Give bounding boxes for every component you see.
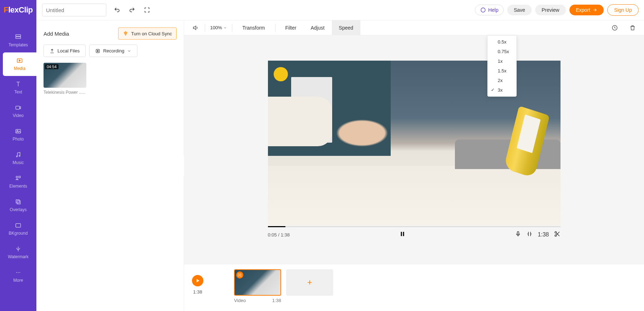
speed-option-1.5x[interactable]: 1.5x: [488, 66, 516, 76]
add-clip-button[interactable]: [286, 269, 333, 296]
clock-icon: [612, 25, 618, 31]
logo-area: FlexClip: [0, 0, 36, 20]
sidebar-item-photo[interactable]: Photo: [0, 123, 36, 147]
mic-icon: [515, 231, 521, 237]
overlays-icon: [15, 199, 21, 205]
separator: [232, 24, 232, 32]
signup-button[interactable]: Sign Up: [607, 4, 639, 16]
svg-point-15: [18, 272, 19, 273]
sidebar-label: More: [13, 278, 23, 283]
redo-button[interactable]: [126, 4, 138, 16]
sidebar-item-music[interactable]: Music: [0, 147, 36, 170]
separator: [205, 24, 205, 32]
chat-icon: [480, 7, 486, 13]
sidebar-item-watermark[interactable]: Watermark: [0, 241, 36, 264]
speed-option-2x[interactable]: 2x: [488, 76, 516, 85]
svg-point-9: [16, 176, 18, 178]
play-icon: [195, 278, 200, 283]
sidebar-item-more[interactable]: More: [0, 264, 36, 288]
svg-rect-12: [17, 201, 20, 204]
svg-point-24: [555, 235, 557, 236]
background-icon: [15, 222, 21, 229]
text-icon: [15, 81, 21, 87]
timeline-play-button[interactable]: [192, 275, 203, 286]
fullscreen-button[interactable]: [141, 4, 153, 16]
templates-icon: [15, 34, 21, 40]
sidebar-item-video[interactable]: Video: [0, 100, 36, 123]
export-button[interactable]: Export: [569, 5, 604, 15]
delete-button[interactable]: [626, 25, 639, 31]
cloud-sync-button[interactable]: Turn on Cloud Sync: [118, 27, 177, 40]
timeline-clip[interactable]: 01 Video 1:38: [234, 269, 281, 303]
svg-rect-1: [16, 35, 21, 36]
arrow-right-icon: [592, 7, 597, 12]
svg-point-6: [17, 130, 18, 131]
main-body: Templates Media Text Video Photo Music E…: [0, 20, 644, 311]
save-button[interactable]: Save: [507, 5, 532, 15]
toolbar-right: [608, 25, 639, 31]
adjust-tab[interactable]: Adjust: [304, 20, 332, 35]
sidebar-item-overlays[interactable]: Overlays: [0, 194, 36, 217]
plus-icon: [306, 279, 313, 286]
separator: [275, 24, 275, 32]
svg-rect-13: [16, 224, 21, 228]
zoom-dropdown[interactable]: 100%: [208, 25, 229, 30]
sidebar-item-templates[interactable]: Templates: [0, 29, 36, 52]
clip-type-label: Video: [234, 298, 246, 303]
clip-index-badge: 01: [236, 271, 243, 279]
split-button[interactable]: [526, 231, 533, 239]
history-button[interactable]: [608, 25, 621, 31]
sidebar-item-text[interactable]: Text: [0, 76, 36, 100]
progress-bar[interactable]: [268, 226, 561, 227]
local-files-button[interactable]: Local Files: [44, 45, 86, 57]
photo-icon: [15, 128, 21, 134]
help-button[interactable]: Help: [475, 5, 504, 15]
filter-tab[interactable]: Filter: [278, 20, 304, 35]
media-duration: 04:54: [45, 64, 59, 69]
chevron-down-icon: [223, 26, 227, 30]
record-icon: [95, 49, 100, 53]
media-buttons: Local Files Recording: [44, 45, 177, 57]
diamond-icon: [123, 31, 128, 36]
recording-button[interactable]: Recording: [89, 45, 137, 57]
sidebar-label: BKground: [9, 231, 27, 236]
media-clip[interactable]: 04:54 Telekinesis Power ...l.mp4: [44, 63, 86, 95]
sidebar-label: Templates: [9, 42, 28, 47]
zoom-value: 100%: [210, 25, 222, 30]
end-time: 1:38: [538, 231, 549, 238]
speed-option-0.5x[interactable]: 0.5x: [488, 37, 516, 47]
svg-point-7: [16, 156, 17, 157]
sidebar-item-background[interactable]: BKground: [0, 217, 36, 241]
speed-option-1x[interactable]: 1x: [488, 56, 516, 66]
clip-meta: Video 1:38: [234, 298, 281, 303]
speed-tab[interactable]: Speed: [332, 20, 360, 35]
local-files-label: Local Files: [57, 48, 80, 53]
sidebar-label: Media: [14, 66, 26, 71]
canvas-area: 100% Transform Filter Adjust Speed 0.5x …: [184, 20, 644, 311]
timeline-play-area: 1:38: [192, 275, 203, 295]
undo-button[interactable]: [111, 4, 123, 16]
sidebar-label: Photo: [12, 137, 24, 142]
top-right: Help Save Preview Export Sign Up: [475, 4, 639, 16]
preview-button[interactable]: Preview: [535, 5, 566, 15]
speed-option-3x[interactable]: 3x: [488, 85, 516, 95]
music-icon: [15, 152, 21, 158]
controls-right: 1:38: [515, 231, 560, 239]
sidebar-item-media[interactable]: Media: [3, 52, 36, 76]
transform-tab[interactable]: Transform: [235, 20, 272, 35]
preview-area: 0:05 / 1:38 1:38: [184, 35, 644, 264]
sidebar-item-elements[interactable]: Elements: [0, 170, 36, 194]
sidebar-label: Video: [13, 113, 24, 118]
sidebar-label: Music: [12, 160, 24, 165]
svg-rect-21: [403, 232, 404, 236]
svg-point-8: [19, 156, 20, 157]
svg-rect-22: [517, 231, 519, 234]
canvas-toolbar: 100% Transform Filter Adjust Speed: [184, 20, 644, 35]
trim-button[interactable]: [554, 231, 561, 239]
volume-button[interactable]: [189, 25, 202, 31]
voiceover-button[interactable]: [515, 231, 521, 239]
chevron-down-icon: [127, 49, 131, 53]
speed-option-0.75x[interactable]: 0.75x: [488, 47, 516, 56]
project-title-input[interactable]: [42, 4, 106, 16]
pause-button[interactable]: [399, 231, 406, 239]
